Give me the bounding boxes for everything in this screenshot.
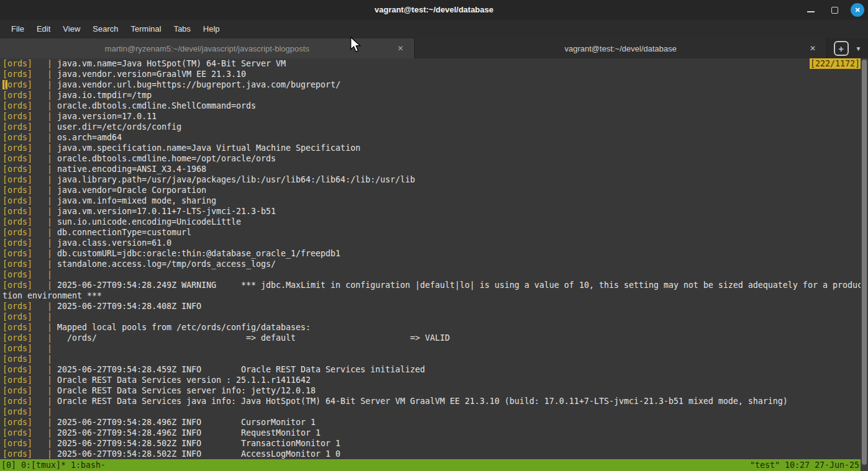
terminal-line: [ords] | 2025-06-27T09:54:28.502Z INFO T…: [2, 438, 868, 449]
terminal-line: [ords] |: [2, 312, 868, 322]
terminal-line: [ords] | native.encoding=ANSI_X3.4-1968: [2, 164, 868, 174]
terminal-line: [ords] | Mapped local pools from /etc/or…: [2, 322, 868, 333]
terminal-line: [ords] | Oracle REST Data Services versi…: [2, 375, 868, 385]
menu-terminal[interactable]: Terminal: [125, 20, 168, 38]
tab-bar: martin@ryzenam5:~/devel/javascript/javas…: [0, 38, 868, 58]
minimize-button[interactable]: [803, 2, 818, 17]
maximize-icon: [831, 7, 838, 14]
terminal-line: [ords] | java.vendor=Oracle Corporation: [2, 185, 868, 195]
terminal-line: [ords] | db.customURL=jdbc:oracle:thin:@…: [2, 248, 868, 259]
close-window-button[interactable]: ✕: [851, 3, 864, 17]
mouse-cursor-icon: [350, 37, 362, 54]
terminal-line: [ords] | java.vendor.url.bug=https://bug…: [2, 79, 868, 90]
copy-mode-indicator: [222/1172]: [810, 58, 861, 69]
tmux-window-list: [0] 0:[tmux]* 1:bash-: [1, 459, 106, 471]
terminal-line: [ords] | java.library.path=/usr/java/pac…: [2, 174, 868, 185]
terminal-line: [ords] | java.io.tmpdir=/tmp: [2, 90, 868, 101]
terminal-line: [ords] | java.vm.info=mixed mode, sharin…: [2, 195, 868, 206]
terminal-line: [ords] | Oracle REST Data Services serve…: [2, 385, 868, 396]
window-controls: ✕: [803, 0, 864, 20]
terminal-line: [ords] | 2025-06-27T09:54:28.249Z WARNIN…: [2, 280, 868, 290]
tab-actions: + ▼: [827, 38, 868, 58]
terminal-line: [ords] | sun.io.unicode.encoding=Unicode…: [2, 217, 868, 227]
menu-file[interactable]: File: [5, 20, 30, 38]
menu-help[interactable]: Help: [197, 20, 226, 38]
menu-edit[interactable]: Edit: [30, 20, 57, 38]
terminal-line: [ords] | java.vm.name=Java HotSpot(TM) 6…: [2, 58, 868, 69]
terminal-line: [ords] | java.class.version=61.0: [2, 238, 868, 248]
plus-icon: +: [838, 44, 844, 53]
terminal-line: [ords] | Oracle REST Data Services java …: [2, 396, 868, 406]
menu-view[interactable]: View: [57, 20, 86, 38]
new-tab-button[interactable]: +: [834, 41, 849, 56]
terminal-line: [ords] | 2025-06-27T09:54:28.408Z INFO: [2, 301, 868, 312]
terminal-line: [ords] | os.arch=amd64: [2, 132, 868, 143]
scrollbar[interactable]: [861, 58, 868, 471]
terminal-line: [ords] | standalone.access.log=/tmp/ords…: [2, 259, 868, 269]
tab-vagrant-test[interactable]: vagrant@test:~/devel/database ✕: [415, 38, 827, 58]
terminal-window: { "window": { "title": "vagrant@test:~/d…: [0, 0, 868, 471]
terminal-line: [ords] | /ords/ => default => VALID: [2, 333, 868, 343]
menu-bar: File Edit View Search Terminal Tabs Help: [0, 20, 868, 38]
terminal-line: [ords] |: [2, 354, 868, 364]
terminal-line: [ords] | oracle.dbtools.cmdline.home=/op…: [2, 153, 868, 164]
tab-close-icon[interactable]: ✕: [808, 44, 818, 53]
minimize-icon: [807, 11, 815, 12]
terminal-screen[interactable]: [ords] | java.vm.name=Java HotSpot(TM) 6…: [0, 58, 868, 459]
terminal-line: [ords] | java.vm.specification.name=Java…: [2, 143, 868, 153]
terminal-lines: [ords] | java.vm.name=Java HotSpot(TM) 6…: [0, 58, 868, 459]
tab-close-icon[interactable]: ✕: [396, 44, 405, 53]
terminal-line: [ords] | 2025-06-27T09:54:28.496Z INFO C…: [2, 417, 868, 428]
terminal-line: [ords] |: [2, 406, 868, 417]
window-title: vagrant@test:~/devel/database: [0, 0, 868, 20]
menu-tabs[interactable]: Tabs: [168, 20, 197, 38]
terminal-line: [ords] | java.vm.version=17.0.11+7-LTS-j…: [2, 206, 868, 217]
maximize-button[interactable]: [827, 2, 842, 17]
terminal-line: [ords] | java.version=17.0.11: [2, 111, 868, 122]
menu-search[interactable]: Search: [86, 20, 124, 38]
tab-list-button[interactable]: ▼: [855, 45, 861, 52]
terminal-line: [ords] | 2025-06-27T09:54:28.502Z INFO A…: [2, 449, 868, 459]
titlebar[interactable]: vagrant@test:~/devel/database ✕: [0, 0, 868, 20]
terminal-line: [ords] |: [2, 269, 868, 280]
tmux-status-bar: [0] 0:[tmux]* 1:bash- "test" 10:27 27-Ju…: [0, 459, 868, 471]
terminal-line: [ords] | oracle.dbtools.cmdline.ShellCom…: [2, 101, 868, 111]
terminal-line: [ords] |: [2, 343, 868, 354]
terminal-line: tion environment ***: [2, 290, 868, 301]
terminal-line: [ords] | user.dir=/etc/ords/config: [2, 122, 868, 132]
terminal-line: [ords] | java.vendor.version=GraalVM EE …: [2, 69, 868, 79]
terminal-line: [ords] | 2025-06-27T09:54:28.459Z INFO O…: [2, 364, 868, 375]
scrollbar-thumb[interactable]: [862, 60, 867, 465]
terminal-line: [ords] | db.connectionType=customurl: [2, 227, 868, 238]
copy-mode-cursor: [: [2, 80, 7, 89]
chevron-down-icon: ▼: [855, 45, 861, 52]
tab-label: vagrant@test:~/devel/database: [564, 44, 677, 53]
close-icon: ✕: [854, 3, 860, 17]
tmux-status-right: "test" 10:27 27-Jun-25: [750, 459, 859, 471]
tab-label: martin@ryzenam5:~/devel/javascript/javas…: [105, 44, 309, 53]
terminal-line: [ords] | 2025-06-27T09:54:28.496Z INFO R…: [2, 428, 868, 438]
